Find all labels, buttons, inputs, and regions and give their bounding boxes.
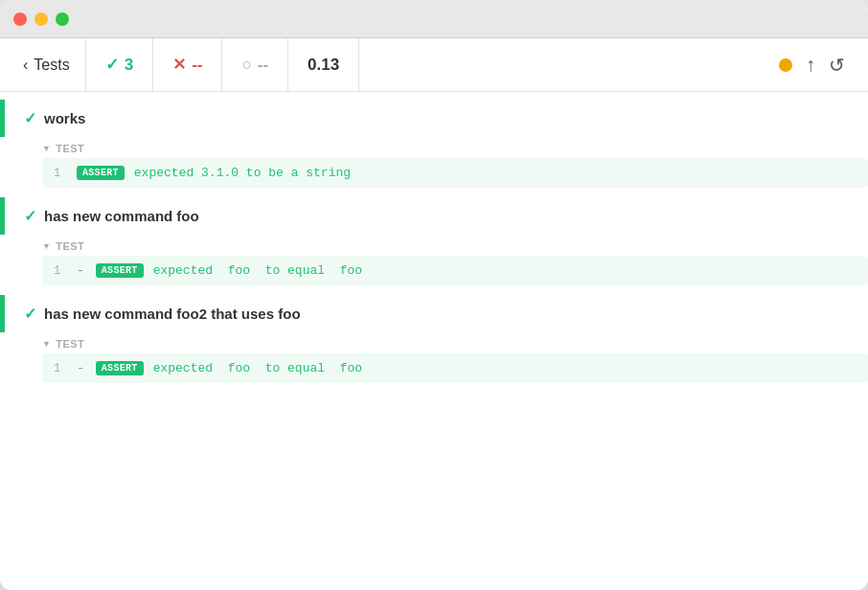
assert-badge-2: ASSERT: [96, 263, 144, 278]
back-button[interactable]: ‹ Tests: [8, 38, 86, 91]
test-list: ✓ works ▼ TEST 1 ASSERT expected 3.1.0 t…: [0, 92, 868, 590]
collapse-icon[interactable]: ▼: [42, 144, 51, 153]
collapse-icon-3[interactable]: ▼: [42, 339, 51, 349]
fail-stat: ✕ --: [153, 38, 222, 91]
status-dot: [779, 58, 792, 72]
suite-pass-icon-3: ✓: [24, 305, 36, 323]
assert-row-3: 1 - ASSERT expected foo to equal foo: [42, 353, 868, 383]
suite-name-2: has new command foo: [44, 208, 199, 224]
close-button[interactable]: [13, 12, 27, 26]
pass-icon: ✓: [105, 55, 119, 75]
test-label-1: TEST: [56, 143, 84, 154]
suite-new-command-foo2: ✓ has new command foo2 that uses foo ▼ T…: [0, 295, 868, 393]
test-label-3: TEST: [56, 338, 84, 350]
assert-row-1: 1 ASSERT expected 3.1.0 to be a string: [42, 158, 868, 188]
sort-button[interactable]: ↑: [806, 54, 815, 76]
collapse-icon-2[interactable]: ▼: [42, 241, 51, 251]
test-label-2: TEST: [56, 240, 84, 252]
suite-name: works: [44, 110, 85, 126]
time-stat: 0.13: [288, 38, 359, 91]
test-block-2: ▼ TEST 1 - ASSERT expected foo to equal …: [0, 235, 868, 295]
circle-icon: ○: [241, 56, 251, 75]
assert-dash-2: -: [77, 263, 84, 278]
titlebar: [0, 0, 868, 38]
assert-dash-3: -: [77, 361, 84, 375]
time-value: 0.13: [308, 56, 339, 75]
test-block-1: ▼ TEST 1 ASSERT expected 3.1.0 to be a s…: [0, 137, 868, 197]
maximize-button[interactable]: [56, 12, 69, 26]
pending-label: --: [258, 56, 268, 75]
assert-text-1: expected 3.1.0 to be a string: [134, 166, 351, 180]
refresh-button[interactable]: ↺: [829, 54, 845, 77]
suite-header-2: ✓ has new command foo: [0, 197, 868, 235]
app-window: ‹ Tests ✓ 3 ✕ -- ○ -- 0.13 ↑ ↺: [0, 0, 868, 590]
test-sub-header-3: ▼ TEST: [42, 332, 868, 353]
suite-header-works: ✓ works: [0, 100, 868, 137]
toolbar: ‹ Tests ✓ 3 ✕ -- ○ -- 0.13 ↑ ↺: [0, 38, 868, 92]
assert-row-2: 1 - ASSERT expected foo to equal foo: [42, 256, 868, 285]
assert-text-2: expected foo to equal foo: [153, 263, 362, 278]
line-number-2: 1: [54, 264, 67, 278]
pass-count: 3: [125, 56, 133, 75]
pass-stat: ✓ 3: [86, 38, 153, 91]
suite-pass-icon-2: ✓: [24, 207, 36, 225]
refresh-icon: ↺: [829, 54, 845, 77]
sort-icon: ↑: [806, 54, 815, 76]
minimize-button[interactable]: [34, 12, 48, 26]
assert-text-3: expected foo to equal foo: [153, 361, 362, 375]
test-block-3: ▼ TEST 1 - ASSERT expected foo to equal …: [0, 332, 868, 393]
test-sub-header-1: ▼ TEST: [42, 137, 868, 158]
toolbar-actions: ↑ ↺: [779, 54, 860, 77]
back-chevron-icon: ‹: [23, 57, 28, 74]
fail-label: --: [192, 56, 202, 75]
suite-header-3: ✓ has new command foo2 that uses foo: [0, 295, 868, 332]
back-label: Tests: [34, 57, 69, 74]
fail-icon: ✕: [172, 55, 186, 75]
test-sub-header-2: ▼ TEST: [42, 235, 868, 256]
suite-works: ✓ works ▼ TEST 1 ASSERT expected 3.1.0 t…: [0, 100, 868, 197]
suite-new-command-foo: ✓ has new command foo ▼ TEST 1 - ASSERT …: [0, 197, 868, 295]
line-number-3: 1: [54, 362, 67, 375]
assert-badge-3: ASSERT: [96, 361, 144, 375]
suite-name-3: has new command foo2 that uses foo: [44, 306, 301, 322]
assert-badge-1: ASSERT: [77, 166, 125, 180]
pending-stat: ○ --: [222, 38, 288, 91]
line-number-1: 1: [54, 167, 67, 180]
suite-pass-icon: ✓: [24, 109, 36, 127]
